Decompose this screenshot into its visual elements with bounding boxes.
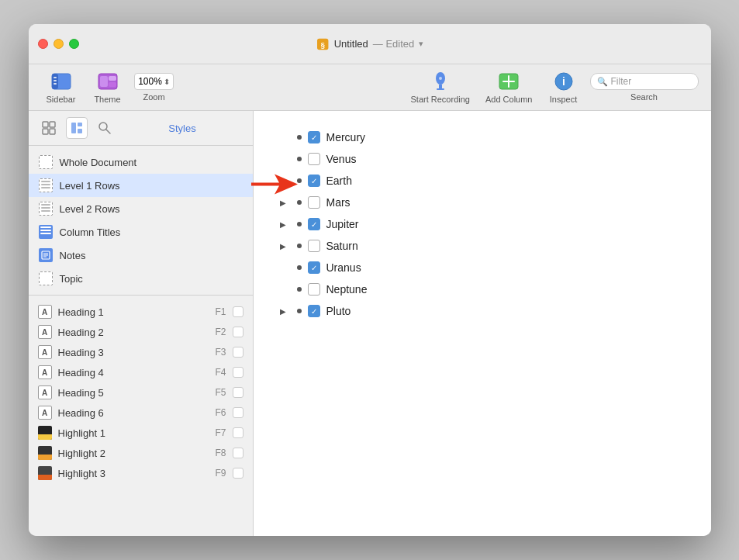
highlight-2-key: F8 xyxy=(205,448,226,458)
start-recording-button[interactable]: Start Recording xyxy=(406,67,475,107)
level-2-rows-label: Level 2 Rows xyxy=(60,203,120,215)
svg-text:§: § xyxy=(320,40,325,48)
style-item-highlight-3[interactable]: Highlight 3 F9 xyxy=(29,463,253,483)
svg-line-28 xyxy=(106,130,110,133)
sidebar-item-notes[interactable]: Notes xyxy=(29,244,253,267)
level-1-rows-label: Level 1 Rows xyxy=(60,180,120,192)
sidebar-icon xyxy=(50,71,72,92)
svg-rect-13 xyxy=(437,88,444,90)
sidebar-structure-list: Whole Document Level 1 Rows xyxy=(29,146,253,296)
search-area: 🔍 Filter Search xyxy=(590,73,699,102)
sidebar-label: Sidebar xyxy=(47,95,76,104)
pluto-chevron[interactable]: ▶ xyxy=(277,305,289,317)
mercury-label: Mercury xyxy=(326,131,366,143)
style-item-heading-5[interactable]: A Heading 5 F5 xyxy=(29,382,253,403)
heading-5-checkbox[interactable] xyxy=(233,387,243,398)
svg-rect-5 xyxy=(54,80,57,81)
highlight-1-label: Highlight 1 xyxy=(58,427,105,439)
style-item-heading-1[interactable]: A Heading 1 F1 xyxy=(29,302,253,322)
sidebar-tab-search[interactable] xyxy=(94,117,116,139)
style-item-left: A Heading 2 xyxy=(38,325,199,339)
highlight-icon-2 xyxy=(38,446,52,460)
zoom-value: 100% xyxy=(138,76,162,87)
app-window: § Untitled — Edited ▾ Sidebar xyxy=(29,24,711,536)
minimize-button[interactable] xyxy=(54,39,64,49)
add-column-button[interactable]: Add Column xyxy=(481,67,537,107)
mars-bullet xyxy=(297,200,302,205)
sidebar-tab-grid[interactable] xyxy=(38,117,60,139)
earth-label: Earth xyxy=(326,175,352,187)
saturn-label: Saturn xyxy=(326,240,358,252)
sidebar-item-topic[interactable]: Topic xyxy=(29,267,253,290)
list-item-mars: ▶ Mars xyxy=(277,192,688,213)
heading-3-key: F3 xyxy=(205,347,226,358)
list-item-uranus: ▶ Uranus xyxy=(277,257,688,278)
heading-1-checkbox[interactable] xyxy=(233,306,243,317)
whole-document-label: Whole Document xyxy=(60,157,137,168)
zoom-input[interactable]: 100% ⬍ xyxy=(134,73,174,90)
sidebar-item-level-2-rows[interactable]: Level 2 Rows xyxy=(29,197,253,220)
mercury-check[interactable] xyxy=(308,131,320,143)
svg-rect-4 xyxy=(54,77,57,78)
highlight-3-checkbox[interactable] xyxy=(233,468,243,479)
heading-icon-3: A xyxy=(38,345,52,359)
search-placeholder: Filter xyxy=(611,76,632,87)
style-item-left: Highlight 3 xyxy=(38,466,199,480)
sidebar-item-level-1-rows[interactable]: Level 1 Rows xyxy=(29,174,253,197)
maximize-button[interactable] xyxy=(69,39,79,49)
neptune-check[interactable] xyxy=(308,283,320,296)
theme-button[interactable]: Theme xyxy=(88,67,128,107)
style-item-heading-6[interactable]: A Heading 6 F6 xyxy=(29,403,253,423)
sidebar-button[interactable]: Sidebar xyxy=(41,67,81,107)
close-button[interactable] xyxy=(38,39,48,49)
style-item-highlight-2[interactable]: Highlight 2 F8 xyxy=(29,443,253,463)
earth-check[interactable] xyxy=(308,175,320,187)
style-item-highlight-1[interactable]: Highlight 1 F7 xyxy=(29,423,253,443)
venus-check[interactable] xyxy=(308,153,320,165)
traffic-lights xyxy=(38,39,79,49)
highlight-2-label: Highlight 2 xyxy=(58,448,105,459)
add-column-icon xyxy=(498,71,520,92)
uranus-check[interactable] xyxy=(308,261,320,274)
jupiter-chevron[interactable]: ▶ xyxy=(277,218,289,230)
zoom-stepper-icon[interactable]: ⬍ xyxy=(164,78,170,86)
style-item-left: A Heading 1 xyxy=(38,305,199,319)
highlight-2-checkbox[interactable] xyxy=(233,448,243,458)
saturn-chevron[interactable]: ▶ xyxy=(277,240,289,252)
title-chevron-icon[interactable]: ▾ xyxy=(419,39,423,49)
heading-icon-5: A xyxy=(38,385,52,399)
jupiter-label: Jupiter xyxy=(326,218,359,230)
topic-icon xyxy=(38,271,54,286)
window-subtitle: — Edited xyxy=(373,38,414,50)
window-title: Untitled xyxy=(334,38,368,50)
list-item-mercury: ▶ Mercury xyxy=(277,126,688,148)
highlight-1-checkbox[interactable] xyxy=(233,427,243,438)
style-item-heading-2[interactable]: A Heading 2 F2 xyxy=(29,322,253,342)
heading-6-key: F6 xyxy=(205,407,226,418)
style-item-left: A Heading 3 xyxy=(38,345,199,359)
uranus-label: Uranus xyxy=(326,261,361,274)
heading-3-checkbox[interactable] xyxy=(233,347,243,358)
sidebar-item-whole-document[interactable]: Whole Document xyxy=(29,150,253,174)
sidebar: Styles Whole Document xyxy=(29,111,254,536)
heading-6-checkbox[interactable] xyxy=(233,407,243,418)
jupiter-check[interactable] xyxy=(308,218,320,230)
sidebar-tab-styles[interactable] xyxy=(66,117,88,139)
record-label: Start Recording xyxy=(411,95,470,104)
zoom-control[interactable]: 100% ⬍ Zoom xyxy=(134,73,174,102)
pluto-label: Pluto xyxy=(326,305,351,317)
style-item-heading-3[interactable]: A Heading 3 F3 xyxy=(29,342,253,362)
style-item-heading-4[interactable]: A Heading 4 F4 xyxy=(29,362,253,382)
column-titles-icon xyxy=(38,224,54,240)
search-box[interactable]: 🔍 Filter xyxy=(590,73,699,90)
sidebar-item-column-titles[interactable]: Column Titles xyxy=(29,220,253,244)
pluto-check[interactable] xyxy=(308,305,320,317)
mars-check[interactable] xyxy=(308,196,320,209)
heading-4-checkbox[interactable] xyxy=(233,367,243,378)
svg-rect-22 xyxy=(43,129,48,134)
heading-2-checkbox[interactable] xyxy=(233,327,243,337)
list-item-venus: ▶ Venus xyxy=(277,148,688,170)
inspect-button[interactable]: i Inspect xyxy=(544,67,584,107)
topic-label: Topic xyxy=(60,273,83,285)
saturn-check[interactable] xyxy=(308,240,320,252)
